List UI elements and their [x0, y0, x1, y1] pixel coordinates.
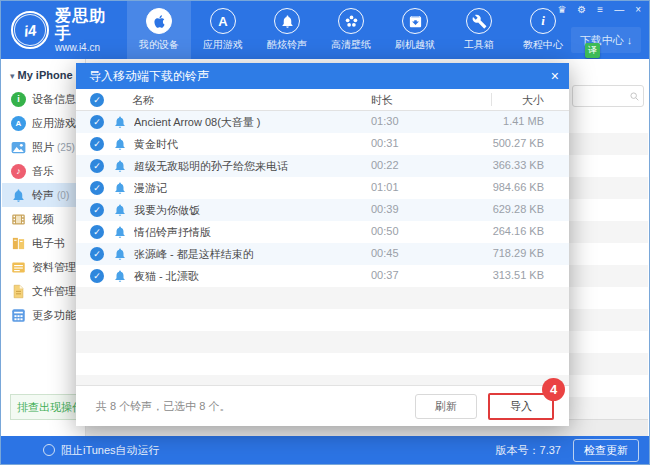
ringtone-row[interactable]: 情侣铃声抒情版 00:50 264.16 KB [76, 221, 569, 243]
brand-logo-icon: i4 [11, 11, 49, 49]
prevent-itunes-toggle[interactable]: 阻止iTunes自动运行 [43, 443, 160, 458]
brand: i4 爱思助手 www.i4.cn [1, 7, 119, 53]
bell-icon [113, 181, 127, 195]
row-checkbox[interactable] [90, 181, 104, 195]
wallpaper-icon [338, 8, 364, 34]
sidebar-item-label: 视频 [32, 212, 54, 227]
minimize-icon[interactable]: — [614, 4, 624, 16]
sidebar-item-ebooks[interactable]: 电子书 [2, 231, 85, 255]
ringtone-duration: 00:31 [371, 137, 399, 149]
ringtone-row[interactable]: Ancient Arrow 08(大音量 ) 01:30 1.41 MB [76, 111, 569, 133]
column-duration: 时长 [371, 93, 393, 108]
nav-ringtones[interactable]: 酷炫铃声 [255, 1, 319, 59]
sidebar-item-label: 资料管理 [32, 260, 76, 275]
row-checkbox[interactable] [90, 269, 104, 283]
sidebar-item-device-info[interactable]: i 设备信息 [2, 87, 85, 111]
main-nav: 我的设备 A 应用游戏 酷炫铃声 高清壁纸 [127, 1, 575, 59]
sidebar-list: i 设备信息 A 应用游戏 (3 照片 (25) ♪ 音乐 [2, 87, 85, 327]
sidebar-item-photos[interactable]: 照片 (25) [2, 135, 85, 159]
apps-icon: A [11, 116, 26, 131]
column-divider [491, 93, 492, 106]
sidebar-item-more-features[interactable]: 更多功能 [2, 303, 85, 327]
ringtone-row[interactable]: 超级无敌聪明的孙子给您来电话 00:22 366.33 KB [76, 155, 569, 177]
download-arrow-icon: ↓ [627, 34, 633, 46]
step-4-badge: 4 [542, 378, 565, 401]
ringtone-row[interactable]: 夜猫 - 北漂歌 00:37 313.51 KB [76, 265, 569, 287]
ringtone-name: 夜猫 - 北漂歌 [134, 269, 359, 284]
status-bar: 阻止iTunes自动运行 版本号：7.37 检查更新 [1, 436, 649, 464]
column-name: 名称 [132, 93, 154, 108]
settings-gear-icon[interactable]: ⚙ [577, 4, 586, 16]
nav-toolbox[interactable]: 工具箱 [447, 1, 511, 59]
sidebar-item-label: 更多功能 [32, 308, 76, 323]
brand-logo-text: i4 [12, 12, 48, 48]
video-icon [11, 212, 26, 227]
search-box [572, 85, 644, 107]
bell-icon [113, 269, 127, 283]
select-all-checkbox[interactable] [90, 93, 104, 107]
sidebar-item-music[interactable]: ♪ 音乐 [2, 159, 85, 183]
dialog-footer: 共 8 个铃声，已选中 8 个。 刷新 导入 4 [76, 385, 569, 426]
theme-icon[interactable]: ♛ [557, 4, 566, 16]
nav-apps-games[interactable]: A 应用游戏 [191, 1, 255, 59]
nav-label: 酷炫铃声 [267, 38, 307, 52]
nav-label: 应用游戏 [203, 38, 243, 52]
ringtone-size: 718.29 KB [493, 247, 544, 259]
sidebar-item-label: 应用游戏 [32, 116, 76, 131]
row-checkbox[interactable] [90, 115, 104, 129]
appstore-icon: A [210, 8, 236, 34]
ringtone-size: 1.41 MB [503, 115, 544, 127]
ringtone-name: 超级无敌聪明的孙子给您来电话 [134, 159, 359, 174]
sidebar-item-ringtones[interactable]: 铃声 (0) [2, 183, 85, 207]
ringtone-row[interactable]: 黄金时代 00:31 500.27 KB [76, 133, 569, 155]
row-checkbox[interactable] [90, 159, 104, 173]
device-info-icon: i [11, 92, 26, 107]
nav-my-devices[interactable]: 我的设备 [127, 1, 191, 59]
ringtone-list: Ancient Arrow 08(大音量 ) 01:30 1.41 MB 黄金时… [76, 111, 569, 287]
music-icon: ♪ [11, 164, 26, 179]
ringtone-row[interactable]: 张源峰 - 都是这样结束的 00:45 718.29 KB [76, 243, 569, 265]
chevron-down-icon: ▾ [10, 71, 15, 81]
search-input[interactable] [573, 89, 629, 103]
statusbar-right: 版本号：7.37 检查更新 [496, 439, 639, 462]
dialog-close-icon[interactable]: × [551, 69, 559, 83]
sidebar-item-apps[interactable]: A 应用游戏 (3 [2, 111, 85, 135]
nav-label: 工具箱 [464, 38, 494, 52]
tutorial-icon: i [530, 8, 556, 34]
ringtone-duration: 00:45 [371, 247, 399, 259]
download-center-button[interactable]: 下载中心 ↓ 译 [571, 27, 641, 53]
sidebar-item-data-management[interactable]: 资料管理 [2, 255, 85, 279]
nav-flash-jailbreak[interactable]: 刷机越狱 [383, 1, 447, 59]
sidebar-item-file-management[interactable]: 文件管理 [2, 279, 85, 303]
app-name: 爱思助手 [55, 7, 119, 42]
row-checkbox[interactable] [90, 137, 104, 151]
ringtone-size: 264.16 KB [493, 225, 544, 237]
ringtone-row[interactable]: 我要为你做饭 00:39 629.28 KB [76, 199, 569, 221]
bell-icon [113, 203, 127, 217]
menu-icon[interactable]: ≡ [597, 4, 603, 16]
ringtone-row[interactable]: 漫游记 01:01 984.66 KB [76, 177, 569, 199]
window-controls: ♛ ⚙ ≡ — × [557, 4, 641, 16]
sidebar-item-label: 电子书 [32, 236, 65, 251]
ringtone-duration: 00:50 [371, 225, 399, 237]
more-features-icon [11, 308, 26, 323]
ringtone-size: 313.51 KB [493, 269, 544, 281]
check-update-button[interactable]: 检查更新 [573, 439, 639, 462]
sidebar-item-videos[interactable]: 视频 [2, 207, 85, 231]
ringtone-size: 366.33 KB [493, 159, 544, 171]
ringtone-name: 漫游记 [134, 181, 359, 196]
brand-text: 爱思助手 www.i4.cn [55, 7, 119, 53]
row-checkbox[interactable] [90, 225, 104, 239]
close-icon[interactable]: × [635, 4, 641, 16]
refresh-button[interactable]: 刷新 [415, 394, 477, 419]
ringtone-duration: 00:39 [371, 203, 399, 215]
ringtone-duration: 00:37 [371, 269, 399, 281]
apple-icon [146, 8, 172, 34]
bell-icon [274, 8, 300, 34]
nav-wallpapers[interactable]: 高清壁纸 [319, 1, 383, 59]
sidebar: ▾My iPhone i 设备信息 A 应用游戏 (3 照片 (25) ♪ 音乐 [2, 59, 86, 436]
device-tree-header[interactable]: ▾My iPhone [2, 59, 85, 85]
sidebar-item-label: 铃声 [32, 188, 54, 203]
row-checkbox[interactable] [90, 247, 104, 261]
row-checkbox[interactable] [90, 203, 104, 217]
